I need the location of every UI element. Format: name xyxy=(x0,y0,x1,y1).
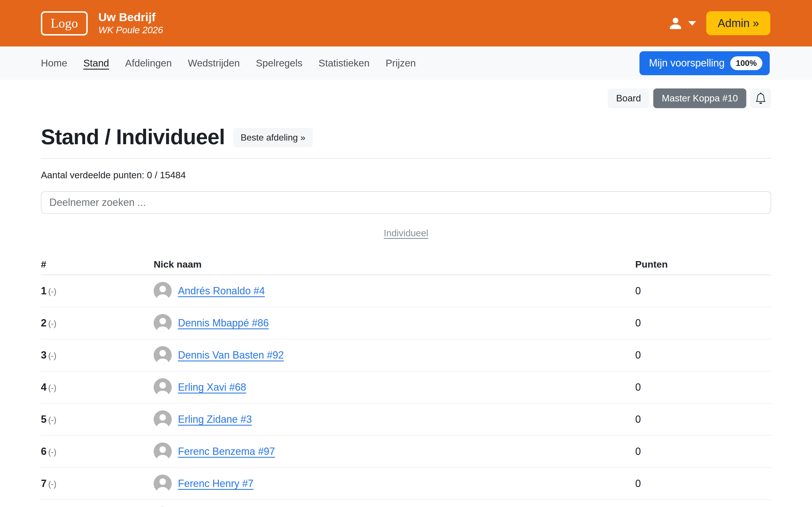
participant-link[interactable]: Andrés Ronaldo #4 xyxy=(178,285,265,297)
points-value: 0 xyxy=(635,478,641,489)
participant-link[interactable]: Erling Xavi #68 xyxy=(178,381,246,393)
context-toolbar: Board Master Koppa #10 xyxy=(41,89,771,108)
brand-block: Uw Bedrijf WK Poule 2026 xyxy=(98,10,163,36)
table-row: 6(-) Ferenc Benzema #97 0 xyxy=(41,436,771,468)
search-input[interactable] xyxy=(41,191,771,214)
avatar xyxy=(154,282,172,300)
table-row: 7(-) Ferenc Henry #7 0 xyxy=(41,468,771,500)
rank-value: 4 xyxy=(41,381,47,393)
rank-column-header: # xyxy=(41,259,154,270)
participant-link[interactable]: Dennis Van Basten #92 xyxy=(178,349,284,361)
board-button[interactable]: Board xyxy=(608,89,649,108)
table-header-row: # Nick naam Punten xyxy=(41,254,771,275)
company-name: Uw Bedrijf xyxy=(98,10,163,24)
table-body: 1(-) Andrés Ronaldo #4 0 2(-) xyxy=(41,275,771,507)
participant-link[interactable]: Ferenc Henry #7 xyxy=(178,478,253,490)
rank-value: 6 xyxy=(41,446,47,457)
nav-item-stand[interactable]: Stand xyxy=(83,57,109,68)
trend-indicator: (-) xyxy=(48,480,56,489)
trend-indicator: (-) xyxy=(48,287,56,296)
standings-table: # Nick naam Punten 1(-) Andrés Ronaldo #… xyxy=(41,254,771,507)
points-value: 0 xyxy=(635,317,641,329)
avatar xyxy=(154,474,172,493)
rank-value: 7 xyxy=(41,478,47,489)
points-value: 0 xyxy=(635,349,641,361)
points-value: 0 xyxy=(635,446,641,457)
table-row: 3(-) Dennis Van Basten #92 0 xyxy=(41,339,771,372)
points-value: 0 xyxy=(635,413,641,425)
rank-value: 2 xyxy=(41,317,47,329)
user-menu[interactable] xyxy=(668,16,696,31)
nav-item-wedstrijden[interactable]: Wedstrijden xyxy=(188,57,240,68)
avatar xyxy=(154,378,172,396)
my-prediction-label: Mijn voorspelling xyxy=(649,57,725,69)
pool-subtitle: WK Poule 2026 xyxy=(98,24,163,36)
master-koppa-button[interactable]: Master Koppa #10 xyxy=(653,89,746,108)
nav-item-statistieken[interactable]: Statistieken xyxy=(319,57,370,68)
points-value: 0 xyxy=(635,381,641,393)
participant-link[interactable]: Erling Zidane #3 xyxy=(178,413,252,425)
table-row: 2(-) Dennis Mbappé #86 0 xyxy=(41,307,771,339)
table-row: 4(-) Erling Xavi #68 0 xyxy=(41,372,771,404)
avatar xyxy=(154,346,172,364)
name-column-header: Nick naam xyxy=(154,259,635,270)
avatar xyxy=(154,314,172,332)
trend-indicator: (-) xyxy=(48,448,56,457)
table-row: 8(-) Franz Henry #95 0 xyxy=(41,500,771,507)
points-column-header: Punten xyxy=(635,259,771,270)
main-content: Board Master Koppa #10 Stand / Individue… xyxy=(0,89,812,507)
admin-button[interactable]: Admin » xyxy=(706,11,770,35)
company-logo: Logo xyxy=(41,11,88,36)
bell-icon xyxy=(755,93,766,104)
points-value: 0 xyxy=(635,285,641,297)
nav-item-home[interactable]: Home xyxy=(41,57,67,68)
app-header: Logo Uw Bedrijf WK Poule 2026 Admin » xyxy=(0,0,812,47)
individual-filter-link[interactable]: Individueel xyxy=(384,228,428,238)
trend-indicator: (-) xyxy=(48,319,56,328)
rank-value: 1 xyxy=(41,285,47,297)
nav-item-prijzen[interactable]: Prijzen xyxy=(386,57,416,68)
nav-links: Home Stand Afdelingen Wedstrijden Spelre… xyxy=(41,57,416,69)
avatar xyxy=(154,443,172,460)
trend-indicator: (-) xyxy=(48,383,56,392)
rank-value: 3 xyxy=(41,349,47,361)
title-divider xyxy=(41,158,771,159)
points-summary: Aantal verdeelde punten: 0 / 15484 xyxy=(41,170,771,180)
table-row: 1(-) Andrés Ronaldo #4 0 xyxy=(41,275,771,307)
trend-indicator: (-) xyxy=(48,351,56,360)
nav-item-spelregels[interactable]: Spelregels xyxy=(256,57,302,68)
trend-indicator: (-) xyxy=(48,415,56,425)
notifications-button[interactable] xyxy=(750,89,771,108)
best-department-button[interactable]: Beste afdeling » xyxy=(233,128,313,147)
my-prediction-button[interactable]: Mijn voorspelling 100% xyxy=(640,51,770,75)
logo-text: Logo xyxy=(50,16,78,31)
avatar xyxy=(154,410,172,429)
page-title: Stand / Individueel xyxy=(41,124,225,149)
participant-link[interactable]: Dennis Mbappé #86 xyxy=(178,317,269,329)
person-icon xyxy=(668,16,683,31)
nav-item-afdelingen[interactable]: Afdelingen xyxy=(125,57,172,68)
prediction-progress-badge: 100% xyxy=(730,56,762,70)
rank-value: 5 xyxy=(41,413,47,425)
main-nav: Home Stand Afdelingen Wedstrijden Spelre… xyxy=(0,47,812,80)
chevron-down-icon xyxy=(688,21,696,25)
participant-link[interactable]: Ferenc Benzema #97 xyxy=(178,446,275,457)
table-row: 5(-) Erling Zidane #3 0 xyxy=(41,404,771,436)
